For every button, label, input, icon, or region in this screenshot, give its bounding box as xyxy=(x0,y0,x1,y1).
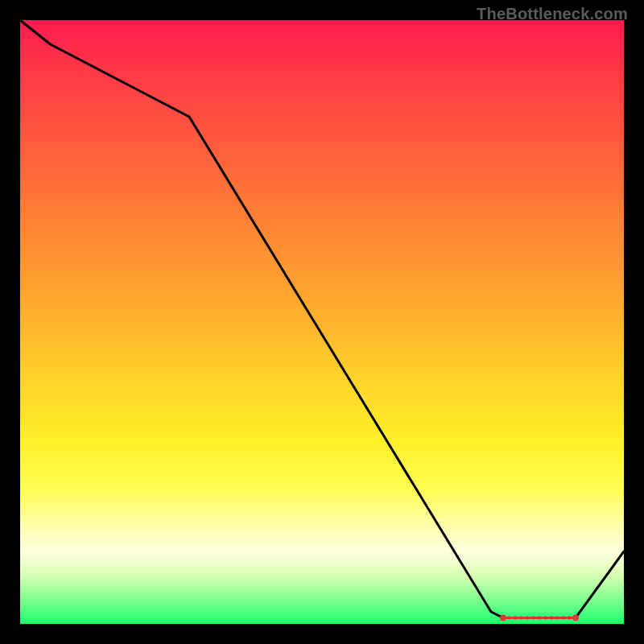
optimal-band xyxy=(500,615,579,621)
optimal-marker xyxy=(572,615,579,621)
bottleneck-curve xyxy=(20,20,624,618)
plot-area xyxy=(20,20,624,624)
chart-container: TheBottleneck.com xyxy=(0,0,644,644)
watermark-text: TheBottleneck.com xyxy=(477,5,628,23)
chart-overlay xyxy=(20,20,624,624)
